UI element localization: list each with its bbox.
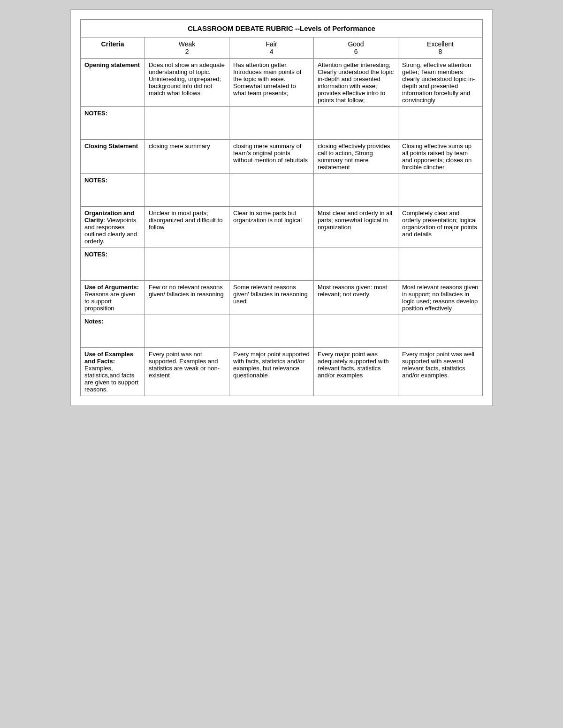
notes-label: NOTES:	[81, 174, 145, 207]
header-excellent-label: Excellent	[427, 40, 454, 48]
row-0-excellent: Strong, effective attention getter; Team…	[398, 59, 483, 107]
notes-excellent-cell	[398, 248, 483, 281]
page: CLASSROOM DEBATE RUBRIC --Levels of Perf…	[70, 9, 493, 406]
notes-good-cell	[314, 107, 398, 140]
header-good: Good 6	[314, 38, 398, 59]
row-8-good: Every major point was adequately support…	[314, 348, 398, 396]
header-good-score: 6	[354, 48, 358, 55]
row-2-excellent: Closing effective sums up all points rai…	[398, 140, 483, 174]
row-2-good: closing effectively provides call to act…	[314, 140, 398, 174]
notes-weak-cell	[145, 107, 229, 140]
row-8-fair: Every major point supported with facts, …	[229, 348, 314, 396]
header-excellent: Excellent 8	[398, 38, 483, 59]
row-6-criteria: Use of Arguments: Reasons are given to s…	[81, 281, 145, 315]
notes-label: Notes:	[81, 315, 145, 348]
row-6-fair: Some relevant reasons given' fallacies i…	[229, 281, 314, 315]
notes-excellent-cell	[398, 315, 483, 348]
notes-weak-cell	[145, 174, 229, 207]
notes-good-cell	[314, 248, 398, 281]
header-fair-label: Fair	[266, 40, 277, 48]
header-excellent-score: 8	[439, 48, 442, 55]
header-fair: Fair 4	[229, 38, 314, 59]
row-8-excellent: Every major point was well supported wit…	[398, 348, 483, 396]
row-4-excellent: Completely clear and orderly presentatio…	[398, 207, 483, 248]
row-4-weak: Unclear in most parts; disorganized and …	[145, 207, 229, 248]
notes-weak-cell	[145, 248, 229, 281]
row-0-good: Attention getter interesting; Clearly un…	[314, 59, 398, 107]
row-6-excellent: Most relevant reasons given in support; …	[398, 281, 483, 315]
row-8-weak: Every point was not supported. Examples …	[145, 348, 229, 396]
row-4-fair: Clear in some parts but organization is …	[229, 207, 314, 248]
notes-fair-cell	[229, 174, 314, 207]
header-weak-label: Weak	[179, 40, 196, 48]
row-2-weak: closing mere summary	[145, 140, 229, 174]
row-2-fair: closing mere summary of team's original …	[229, 140, 314, 174]
rubric-table: CLASSROOM DEBATE RUBRIC --Levels of Perf…	[80, 19, 483, 396]
header-fair-score: 4	[270, 48, 274, 55]
notes-label: NOTES:	[81, 107, 145, 140]
header-weak: Weak 2	[145, 38, 229, 59]
table-title: CLASSROOM DEBATE RUBRIC --Levels of Perf…	[81, 20, 483, 38]
notes-good-cell	[314, 174, 398, 207]
row-4-good: Most clear and orderly in all parts; som…	[314, 207, 398, 248]
header-criteria: Criteria	[81, 38, 145, 59]
notes-excellent-cell	[398, 174, 483, 207]
row-6-good: Most reasons given: most relevant; not o…	[314, 281, 398, 315]
notes-weak-cell	[145, 315, 229, 348]
header-good-label: Good	[348, 40, 364, 48]
header-weak-score: 2	[185, 48, 189, 55]
row-0-criteria: Opening statement	[81, 59, 145, 107]
notes-excellent-cell	[398, 107, 483, 140]
row-8-criteria: Use of Examples and Facts: Examples, sta…	[81, 348, 145, 396]
notes-fair-cell	[229, 315, 314, 348]
row-2-criteria: Closing Statement	[81, 140, 145, 174]
row-6-weak: Few or no relevant reasons given/ fallac…	[145, 281, 229, 315]
row-4-criteria: Organization and Clarity: Viewpoints and…	[81, 207, 145, 248]
row-0-weak: Does not show an adequate understanding …	[145, 59, 229, 107]
notes-label: NOTES:	[81, 248, 145, 281]
notes-fair-cell	[229, 248, 314, 281]
row-0-fair: Has attention getter. Introduces main po…	[229, 59, 314, 107]
notes-fair-cell	[229, 107, 314, 140]
notes-good-cell	[314, 315, 398, 348]
